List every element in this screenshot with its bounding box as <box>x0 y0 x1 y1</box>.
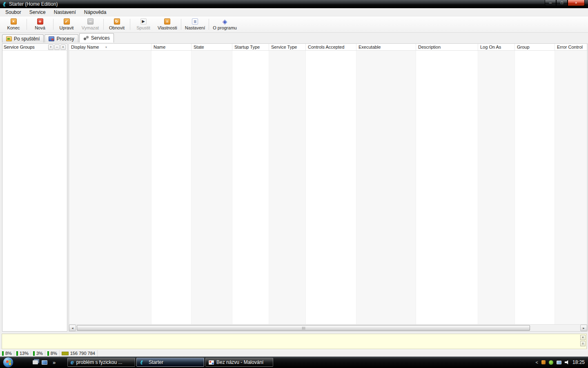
application-window: Starter (Home Edition) ─ □ × Soubor Serv… <box>0 0 588 368</box>
column-header-log-on-as[interactable]: Log On As <box>478 44 515 50</box>
table-column-stripe <box>478 51 515 324</box>
usage-cell: 13% <box>14 350 31 357</box>
taskbar-button-label: Bez názvu - Malování <box>216 359 263 365</box>
usage-value: 8% <box>51 351 57 356</box>
spustit-label: Spustit <box>136 25 150 30</box>
oprogramu-label: O programu <box>213 25 237 30</box>
taskbar-button-label: problém s fyzickou ... <box>76 359 122 365</box>
properties-icon: ≡ <box>164 18 170 25</box>
taskbar-button-starter[interactable]: Starter <box>136 358 204 367</box>
column-header-startup-type[interactable]: Startup Type <box>232 44 269 50</box>
table-header-row: Display Name ▼ Name State Startup Type S… <box>69 44 587 51</box>
vymazat-label: Vymazat <box>82 25 99 30</box>
expand-all-button[interactable]: + <box>48 45 53 50</box>
nastaveni-label: Nastavení <box>185 25 205 30</box>
close-button[interactable]: × <box>568 0 585 6</box>
services-table: Display Name ▼ Name State Startup Type S… <box>69 43 588 332</box>
taskbar-button-label: Starter <box>149 359 163 365</box>
tab-po-spusteni[interactable]: Po spuštění <box>2 34 44 43</box>
quick-launch: » <box>33 357 56 368</box>
nova-button[interactable]: + Nová <box>28 17 52 31</box>
description-panel: × ≡ <box>2 334 587 349</box>
table-column-stripe <box>356 51 416 324</box>
menu-soubor[interactable]: Soubor <box>1 9 25 16</box>
service-groups-header: Service Groups + − × <box>2 44 67 51</box>
minimize-button[interactable]: ─ <box>545 0 556 6</box>
service-groups-title: Service Groups <box>4 45 47 49</box>
tray-app-icon[interactable] <box>541 360 546 364</box>
clock[interactable]: 18:25 <box>572 359 585 365</box>
note-close-button[interactable]: × <box>580 335 586 340</box>
cpu-usage-cell: 8% <box>0 350 14 357</box>
windows-logo-icon <box>6 360 11 366</box>
column-header-description[interactable]: Description <box>416 44 478 50</box>
show-desktop-icon[interactable] <box>42 360 47 365</box>
volume-icon[interactable] <box>565 360 569 365</box>
column-header-state[interactable]: State <box>192 44 232 50</box>
cpu-usage-value: 8% <box>5 351 12 356</box>
oprogramu-button[interactable]: ◈ O programu <box>210 17 239 31</box>
column-header-service-type[interactable]: Service Type <box>269 44 306 50</box>
services-tab-icon <box>83 36 89 40</box>
exit-icon: × <box>11 18 17 25</box>
konec-button[interactable]: × Konec <box>2 17 25 31</box>
processes-tab-icon <box>49 36 54 41</box>
scroll-left-button[interactable]: ◄ <box>69 325 76 331</box>
toolbar-separator <box>53 19 53 30</box>
obnovit-button[interactable]: ↻ Obnovit <box>105 17 129 31</box>
taskbar-buttons: e problém s fyzickou ... Starter Bez náz… <box>67 358 273 367</box>
maximize-button[interactable]: □ <box>556 0 568 6</box>
start-button[interactable] <box>3 357 13 368</box>
run-icon: ▶ <box>140 18 147 25</box>
quick-launch-chevron-icon[interactable]: » <box>53 359 56 366</box>
menu-nastaveni[interactable]: Nastavení <box>50 9 80 16</box>
vlastnosti-button[interactable]: ≡ Vlastnosti <box>155 17 180 31</box>
close-panel-button[interactable]: × <box>60 45 66 50</box>
scrollbar-thumb[interactable] <box>77 325 530 331</box>
toolbar: × Konec + Nová ✓ Upravit − Vymazat ↻ Obn… <box>0 16 588 33</box>
menu-napoveda[interactable]: Nápověda <box>80 9 111 16</box>
usage-cell: 8% <box>45 350 60 357</box>
toolbar-separator <box>181 19 181 30</box>
tab-po-spusteni-label: Po spuštění <box>14 36 40 42</box>
taskbar-button-ie[interactable]: e problém s fyzickou ... <box>67 358 135 367</box>
scrollbar-grip-icon <box>302 327 305 330</box>
tab-procesy[interactable]: Procesy <box>45 34 78 43</box>
toolbar-separator <box>27 19 27 30</box>
nastaveni-button[interactable]: ≡ Nastavení <box>183 17 208 31</box>
usage-value: 13% <box>20 351 29 356</box>
table-column-stripe <box>306 51 356 324</box>
switch-windows-icon[interactable] <box>33 360 38 364</box>
vymazat-button[interactable]: − Vymazat <box>78 17 102 31</box>
scroll-right-button[interactable]: ► <box>580 325 587 331</box>
internet-explorer-icon: e <box>71 359 74 365</box>
menu-service[interactable]: Service <box>25 9 50 16</box>
note-menu-button[interactable]: ≡ <box>580 341 586 346</box>
collapse-all-button[interactable]: − <box>54 45 60 50</box>
taskbar-button-paint[interactable]: Bez názvu - Malování <box>205 358 273 367</box>
service-groups-panel: Service Groups + − × <box>2 43 67 332</box>
gpu-tray-icon[interactable] <box>549 360 553 365</box>
paint-icon <box>209 360 214 365</box>
network-icon[interactable] <box>557 361 561 364</box>
settings-icon: ≡ <box>192 18 198 25</box>
column-header-display-name[interactable]: Display Name ▼ <box>69 44 151 50</box>
toolbar-separator <box>209 19 209 30</box>
edit-icon: ✓ <box>64 18 70 25</box>
titlebar: Starter (Home Edition) ─ □ × <box>0 0 588 8</box>
scrollbar-track[interactable] <box>76 325 580 331</box>
table-column-stripe <box>151 51 192 324</box>
spustit-button[interactable]: ▶ Spustit <box>131 17 155 31</box>
column-header-controls-accepted[interactable]: Controls Accepted <box>306 44 356 50</box>
column-header-executable[interactable]: Executable <box>356 44 416 50</box>
tray-expand-icon[interactable]: < <box>536 360 538 365</box>
column-header-group[interactable]: Group <box>515 44 555 50</box>
table-column-stripe <box>555 51 587 324</box>
tab-services[interactable]: Services <box>79 33 114 43</box>
column-header-name[interactable]: Name <box>151 44 192 50</box>
upravit-button[interactable]: ✓ Upravit <box>55 17 78 31</box>
system-tray: < 18:25 <box>536 357 585 368</box>
upravit-label: Upravit <box>60 25 74 30</box>
usage-cell: 3% <box>31 350 45 357</box>
column-header-error-control[interactable]: Error Control <box>555 44 587 50</box>
